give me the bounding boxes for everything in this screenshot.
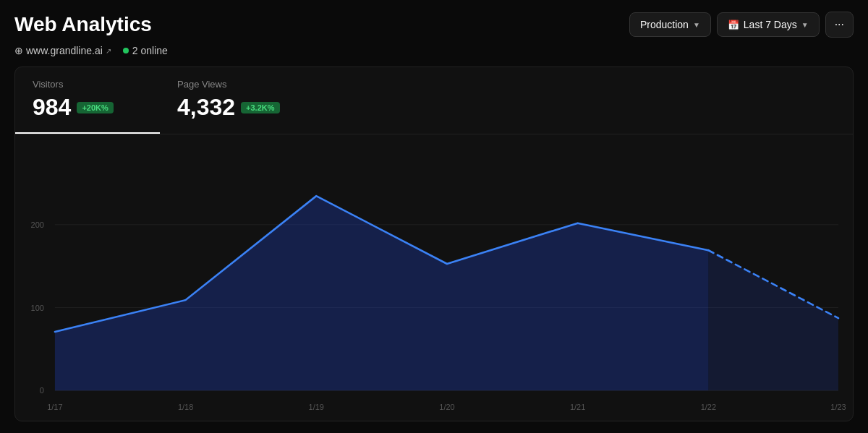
- x-label-121: 1/21: [570, 403, 585, 411]
- pageviews-value-row: 4,332 +3.2K%: [177, 94, 287, 121]
- page-container: Web Analytics Production ▼ 📅 Last 7 Days…: [0, 0, 868, 433]
- production-dropdown[interactable]: Production ▼: [629, 12, 711, 37]
- online-count: 2 online: [132, 45, 168, 56]
- visitors-label: Visitors: [33, 79, 142, 90]
- sub-header: ⊕ www.grandline.ai ↗ 2 online: [14, 45, 854, 56]
- calendar-icon: 📅: [728, 20, 739, 30]
- y-label-200: 200: [31, 220, 44, 229]
- pageviews-value: 4,332: [177, 94, 235, 121]
- visitors-value: 984: [33, 94, 71, 121]
- x-label-118: 1/18: [178, 403, 193, 411]
- visitors-value-row: 984 +20K%: [33, 94, 142, 121]
- pageviews-label: Page Views: [177, 79, 287, 90]
- header-top: Web Analytics Production ▼ 📅 Last 7 Days…: [14, 12, 854, 38]
- online-indicator: 2 online: [123, 45, 168, 56]
- site-url[interactable]: ⊕ www.grandline.ai ↗: [14, 45, 111, 56]
- header-controls: Production ▼ 📅 Last 7 Days ▼ ···: [629, 12, 854, 38]
- pageviews-badge: +3.2K%: [241, 102, 279, 113]
- main-card: Visitors 984 +20K% Page Views 4,332 +3.2…: [14, 67, 854, 421]
- date-range-dropdown[interactable]: 📅 Last 7 Days ▼: [717, 12, 820, 37]
- chart-fill-dashed: [708, 250, 838, 390]
- more-options-button[interactable]: ···: [825, 12, 854, 38]
- external-link-icon: ↗: [106, 47, 111, 55]
- globe-icon: ⊕: [14, 45, 23, 56]
- x-label-117: 1/17: [47, 403, 62, 411]
- online-dot: [123, 48, 129, 53]
- chevron-down-icon-2: ▼: [801, 21, 809, 29]
- tab-pageviews[interactable]: Page Views 4,332 +3.2K%: [160, 67, 305, 134]
- chevron-down-icon: ▼: [693, 21, 700, 29]
- x-label-123: 1/23: [830, 403, 846, 411]
- x-label-119: 1/19: [309, 403, 324, 411]
- page-title: Web Analytics: [14, 13, 152, 36]
- more-icon: ···: [835, 18, 844, 31]
- y-label-100: 100: [31, 303, 44, 312]
- date-range-label: Last 7 Days: [744, 19, 797, 30]
- chart-fill-solid: [55, 196, 708, 390]
- site-url-text: www.grandline.ai: [26, 45, 103, 56]
- visitors-badge: +20K%: [77, 102, 113, 113]
- production-label: Production: [640, 19, 689, 30]
- x-label-120: 1/20: [439, 403, 454, 411]
- chart-area: 200 100 0 1/17 1/18 1/19 1/20 1/21 1/22 …: [15, 134, 853, 421]
- tab-visitors[interactable]: Visitors 984 +20K%: [15, 67, 160, 134]
- metrics-tabs: Visitors 984 +20K% Page Views 4,332 +3.2…: [15, 67, 853, 134]
- y-label-0: 0: [40, 386, 44, 395]
- chart-svg: 200 100 0 1/17 1/18 1/19 1/20 1/21 1/22 …: [15, 142, 853, 421]
- x-label-122: 1/22: [701, 403, 716, 411]
